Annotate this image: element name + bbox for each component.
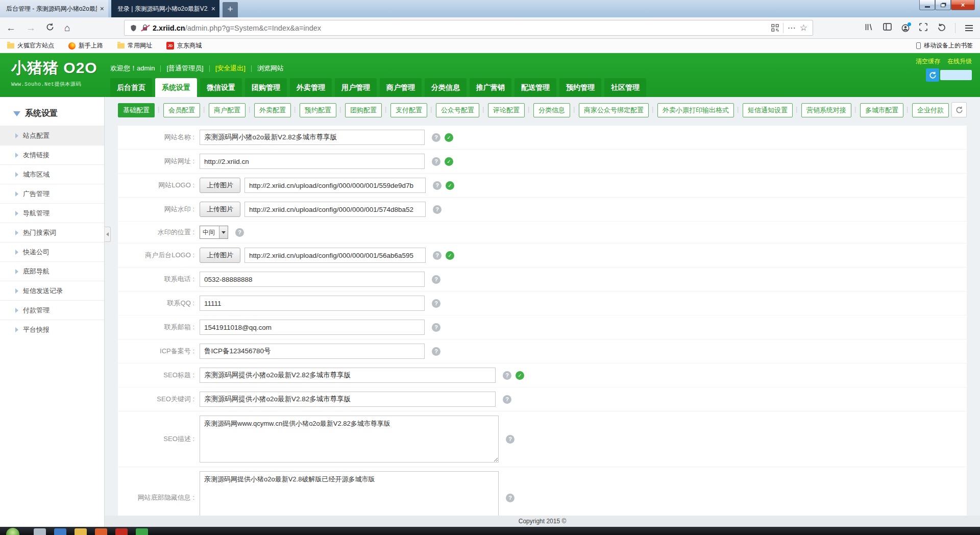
contact-qq-input[interactable] (200, 296, 425, 311)
seo-description-textarea[interactable]: 亲测源码网www.qcymw.cn提供小猪o2o最新V2.82多城市尊享版 (200, 416, 499, 463)
restore-button[interactable] (935, 0, 951, 10)
help-icon[interactable]: ? (433, 251, 442, 260)
main-nav-tab[interactable]: 分类信息 (425, 78, 467, 97)
help-icon[interactable]: ? (433, 205, 442, 214)
config-subtab[interactable]: 评论配置 (488, 103, 525, 117)
config-subtab[interactable]: 企业付款 (912, 103, 949, 117)
qr-code-icon[interactable] (771, 24, 779, 32)
config-subtab[interactable]: 外卖配置 (254, 103, 291, 117)
browser-tab[interactable]: 登录 | 亲测源码网小猪o2o最新V2.8 × (111, 0, 219, 17)
sidebar-item[interactable]: 短信发送记录 (0, 281, 104, 300)
watermark-position-select[interactable]: 中间 (200, 226, 228, 239)
main-nav-tab[interactable]: 团购管理 (245, 78, 287, 97)
config-subtab[interactable]: 团购配置 (345, 103, 382, 117)
main-nav-tab[interactable]: 商户管理 (380, 78, 422, 97)
site-url-input[interactable] (200, 154, 425, 169)
seo-keywords-input[interactable] (200, 392, 496, 407)
home-button[interactable]: ⌂ (64, 22, 70, 34)
config-subtab[interactable]: 营销系统对接 (801, 103, 851, 117)
upload-image-button[interactable]: 上传图片 (200, 202, 240, 217)
main-nav-tab[interactable]: 推广营销 (470, 78, 511, 97)
menu-icon[interactable] (965, 25, 973, 31)
insecure-lock-icon[interactable] (141, 24, 149, 32)
sidebar-item[interactable]: 热门搜索词 (0, 223, 104, 242)
account-icon[interactable] (901, 24, 910, 32)
shield-icon[interactable] (130, 24, 137, 32)
site-logo-input[interactable] (244, 178, 426, 193)
url-bar[interactable]: 2.xriid.cn/admin.php?g=System&c=Index&a=… (124, 20, 813, 36)
icp-number-input[interactable] (200, 344, 425, 359)
taskbar-app-icon[interactable] (136, 528, 148, 535)
bookmark-item[interactable]: 火狐官方站点 (7, 41, 54, 50)
help-icon[interactable]: ? (432, 323, 440, 332)
sidebar-item[interactable]: 付款管理 (0, 300, 104, 320)
sidebar-item[interactable]: 快递公司 (0, 242, 104, 261)
browser-tab[interactable]: 后台管理 - 亲测源码网小猪o2o最新 × (0, 0, 108, 17)
help-icon[interactable]: ? (432, 133, 440, 142)
config-subtab[interactable]: 多城市配置 (860, 103, 903, 117)
help-icon[interactable]: ? (506, 435, 514, 444)
main-nav-tab[interactable]: 预约管理 (559, 78, 601, 97)
taskbar-app-icon[interactable] (75, 528, 87, 535)
back-button[interactable]: ← (6, 22, 16, 34)
help-icon[interactable]: ? (432, 157, 440, 166)
sidebar-item[interactable]: 站点配置 (0, 126, 104, 145)
mobile-bookmarks[interactable]: 移动设备上的书签 (916, 41, 973, 50)
config-subtab[interactable]: 支付配置 (390, 103, 427, 117)
undo-icon[interactable] (937, 23, 945, 33)
main-nav-tab[interactable]: 系统设置 (155, 78, 197, 97)
bookmark-star-icon[interactable]: ☆ (800, 22, 807, 33)
sidebar-item[interactable]: 平台快报 (0, 320, 104, 339)
sidebar-item[interactable]: 导航管理 (0, 203, 104, 223)
help-icon[interactable]: ? (503, 371, 511, 380)
help-icon[interactable]: ? (432, 299, 440, 308)
sidebar-collapse-handle[interactable] (105, 227, 111, 242)
site-name-input[interactable] (200, 130, 425, 145)
reload-button[interactable] (46, 22, 54, 34)
config-subtab[interactable]: 基础配置 (118, 103, 155, 117)
tab-close-icon[interactable]: × (100, 5, 104, 13)
config-subtab[interactable]: 分类信息 (533, 103, 570, 117)
config-subtab[interactable]: 预约配置 (300, 103, 336, 117)
main-nav-tab[interactable]: 微信设置 (200, 78, 242, 97)
taskbar-app-icon[interactable] (54, 528, 66, 535)
library-icon[interactable] (865, 23, 873, 33)
tab-close-icon[interactable]: × (211, 5, 215, 13)
upload-image-button[interactable]: 上传图片 (200, 178, 240, 193)
sidebar-toggle-icon[interactable] (883, 23, 892, 33)
main-nav-tab[interactable]: 用户管理 (335, 78, 377, 97)
help-icon[interactable]: ? (433, 181, 442, 190)
screenshot-icon[interactable] (919, 23, 927, 33)
url-text[interactable]: 2.xriid.cn/admin.php?g=System&c=Index&a=… (153, 24, 767, 32)
chat-service-icon[interactable] (926, 68, 939, 82)
config-subtab[interactable]: 公众号配置 (436, 103, 479, 117)
config-subtab[interactable]: 短信通知设置 (743, 103, 793, 117)
help-icon[interactable]: ? (432, 275, 440, 284)
page-actions-icon[interactable]: ⋯ (788, 23, 796, 33)
logout-link[interactable]: [安全退出] (215, 64, 246, 73)
start-button[interactable] (6, 528, 19, 535)
main-nav-tab[interactable]: 外卖管理 (290, 78, 332, 97)
close-button[interactable]: × (951, 0, 975, 10)
main-nav-tab[interactable]: 配送管理 (514, 78, 556, 97)
sidebar-item[interactable]: 广告管理 (0, 184, 104, 203)
contact-phone-input[interactable] (200, 272, 425, 287)
taskbar-app-icon[interactable] (95, 528, 107, 535)
bookmark-item[interactable]: 新手上路 (68, 41, 103, 50)
seo-title-input[interactable] (200, 368, 496, 383)
help-icon[interactable]: ? (432, 347, 440, 356)
clear-cache-link[interactable]: 清空缓存 (916, 57, 940, 66)
config-subtab[interactable]: 会员配置 (163, 103, 200, 117)
sidebar-item[interactable]: 城市区域 (0, 164, 104, 184)
taskbar-app-icon[interactable] (34, 528, 46, 535)
main-nav-tab[interactable]: 后台首页 (110, 78, 152, 97)
config-subtab[interactable]: 商家公众号绑定配置 (579, 103, 649, 117)
config-subtab[interactable]: 商户配置 (209, 103, 246, 117)
forward-button[interactable]: → (26, 22, 36, 34)
merchant-logo-input[interactable] (244, 248, 426, 263)
upload-image-button[interactable]: 上传图片 (200, 248, 240, 263)
taskbar-app-icon[interactable] (115, 528, 128, 535)
config-subtab[interactable]: 外卖小票打印输出格式 (657, 103, 734, 117)
help-icon[interactable]: ? (235, 228, 244, 237)
browse-site-link[interactable]: 浏览网站 (257, 64, 284, 73)
